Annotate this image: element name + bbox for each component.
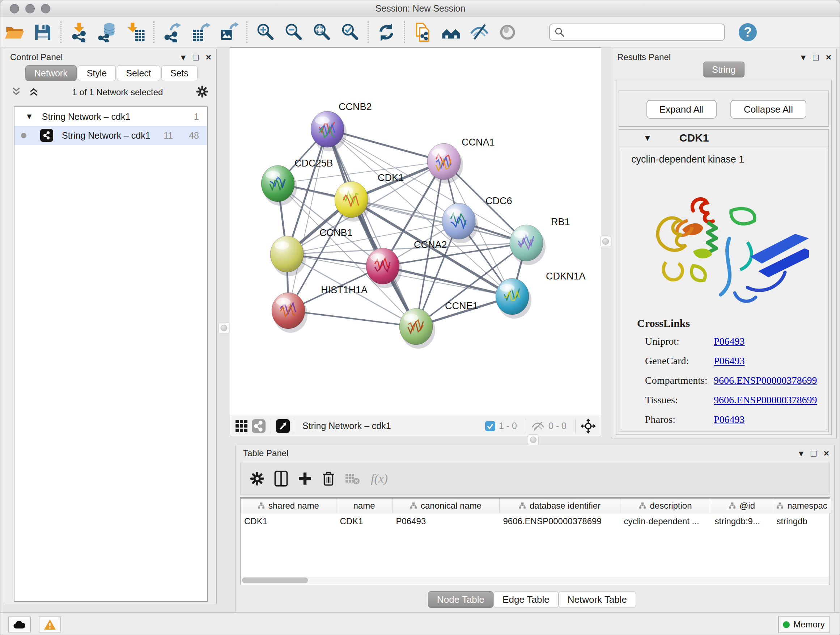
- tab-node-table[interactable]: Node Table: [428, 591, 493, 608]
- warnings-button[interactable]: [39, 616, 61, 632]
- expand-all-button[interactable]: Expand All: [646, 100, 717, 119]
- cell-shared-name[interactable]: CDK1: [240, 513, 336, 530]
- tab-string[interactable]: String: [703, 62, 745, 78]
- network-edge[interactable]: [288, 310, 416, 326]
- network-edge[interactable]: [383, 266, 512, 296]
- network-collection-row[interactable]: ▼ String Network – cdk1 1: [14, 107, 207, 126]
- panel-float-icon[interactable]: ▾: [799, 448, 804, 458]
- panel-maximize-icon[interactable]: □: [811, 448, 816, 458]
- cell-id[interactable]: stringdb:9...: [711, 513, 773, 530]
- help-button[interactable]: ?: [739, 23, 757, 41]
- crosslink-link[interactable]: P06493: [714, 336, 745, 347]
- column-header-shared-name[interactable]: shared name: [240, 499, 336, 513]
- expand-all-networks-icon[interactable]: [28, 86, 39, 98]
- hide-panels-button[interactable]: [467, 20, 491, 44]
- tab-edge-table[interactable]: Edge Table: [493, 591, 559, 608]
- show-panels-button[interactable]: [496, 20, 519, 44]
- horizontal-scrollbar[interactable]: [241, 577, 829, 584]
- column-header-database-identifier[interactable]: database identifier: [499, 499, 620, 513]
- collapse-all-networks-icon[interactable]: [11, 86, 22, 98]
- column-header-name[interactable]: name: [336, 499, 392, 513]
- crosslink-link[interactable]: 9606.ENSP00000378699: [714, 375, 817, 386]
- cloud-status-button[interactable]: [8, 616, 31, 632]
- crosslink-link[interactable]: 9606.ENSP00000378699: [714, 394, 817, 406]
- memory-button[interactable]: Memory: [778, 616, 829, 633]
- column-header-canonical-name[interactable]: canonical name: [392, 499, 499, 513]
- network-node-ccnb1[interactable]: [270, 236, 303, 272]
- panel-maximize-icon[interactable]: □: [813, 52, 819, 62]
- right-splitter-handle[interactable]: [600, 236, 611, 247]
- open-session-button[interactable]: [3, 20, 27, 44]
- network-node-rb1[interactable]: [510, 225, 543, 261]
- import-database-button[interactable]: [95, 20, 119, 44]
- column-header-description[interactable]: description: [620, 499, 711, 513]
- collapse-all-button[interactable]: Collapse All: [730, 100, 806, 119]
- selected-checkbox-icon[interactable]: [485, 421, 495, 431]
- add-column-icon[interactable]: [298, 471, 312, 486]
- scrollbar-thumb[interactable]: [242, 578, 308, 583]
- panel-close-icon[interactable]: ×: [824, 448, 829, 458]
- hidden-eye-icon[interactable]: [531, 421, 545, 432]
- panel-maximize-icon[interactable]: □: [193, 52, 199, 62]
- node-label-ccna1: CCNA1: [462, 137, 495, 148]
- network-label: String Network – cdk1: [62, 130, 150, 141]
- zoom-out-button[interactable]: [281, 20, 305, 44]
- network-row-selected[interactable]: String Network – cdk1 11 48: [14, 126, 207, 145]
- column-header-id[interactable]: @id: [711, 499, 773, 513]
- node-label-rb1: RB1: [551, 217, 570, 227]
- export-network-button[interactable]: [160, 20, 184, 44]
- delete-column-icon[interactable]: [322, 470, 335, 486]
- table-options-gear-icon[interactable]: [250, 471, 264, 486]
- column-header-namespace[interactable]: namespac: [773, 499, 831, 513]
- network-options-gear-icon[interactable]: [196, 86, 208, 99]
- tab-style[interactable]: Style: [78, 65, 116, 81]
- network-node-ccnb2[interactable]: [311, 111, 344, 147]
- cell-database-identifier[interactable]: 9606.ENSP00000378699: [499, 513, 620, 530]
- tab-sets[interactable]: Sets: [161, 65, 197, 81]
- cell-canonical-name[interactable]: P06493: [392, 513, 499, 530]
- toolbar-separator: [153, 21, 155, 43]
- birds-eye-view-icon[interactable]: [276, 419, 290, 433]
- refresh-button[interactable]: [374, 20, 398, 44]
- crosslink-link[interactable]: P06493: [714, 414, 745, 425]
- show-columns-icon[interactable]: [274, 470, 288, 486]
- export-image-button[interactable]: [217, 20, 240, 44]
- left-splitter-handle[interactable]: [218, 323, 229, 333]
- open-in-browser-button[interactable]: [411, 20, 435, 44]
- save-session-button[interactable]: [31, 20, 55, 44]
- search-input[interactable]: [565, 27, 720, 38]
- cell-description[interactable]: cyclin-dependent ...: [620, 513, 711, 530]
- panel-float-icon[interactable]: ▾: [181, 52, 186, 62]
- tab-select[interactable]: Select: [117, 65, 160, 81]
- home-button[interactable]: [439, 20, 463, 44]
- grid-view-icon[interactable]: [235, 420, 248, 432]
- tab-network[interactable]: Network: [25, 65, 77, 81]
- import-table-button[interactable]: [124, 20, 148, 44]
- zoom-selected-button[interactable]: [338, 20, 362, 44]
- panel-close-icon[interactable]: ×: [206, 52, 211, 62]
- export-table-button[interactable]: [188, 20, 212, 44]
- cell-name[interactable]: CDK1: [336, 513, 392, 530]
- network-node-ccna2[interactable]: [366, 248, 399, 284]
- table-row[interactable]: CDK1 CDK1 P06493 9606.ENSP00000378699 cy…: [240, 513, 831, 530]
- panel-close-icon[interactable]: ×: [826, 52, 831, 62]
- panel-float-icon[interactable]: ▾: [801, 52, 806, 62]
- app-window: Session: New Session: [0, 0, 840, 635]
- crosslink-link[interactable]: P06493: [714, 355, 745, 367]
- tab-network-table[interactable]: Network Table: [559, 591, 636, 608]
- network-node-cdkn1a[interactable]: [496, 279, 529, 315]
- network-edge[interactable]: [288, 129, 327, 310]
- zoom-fit-button[interactable]: [309, 20, 333, 44]
- string-view-icon[interactable]: [252, 419, 265, 433]
- zoom-in-button[interactable]: [253, 20, 277, 44]
- network-canvas[interactable]: CCNB2CCNA1CDC25BCDK1CDC6RB1CCNB1CCNA2CDK…: [230, 48, 601, 416]
- cell-namespace[interactable]: stringdb: [773, 513, 831, 530]
- bottom-splitter-handle[interactable]: [528, 434, 538, 445]
- import-network-button[interactable]: [67, 20, 91, 44]
- gene-header-row[interactable]: ▼ CDK1: [619, 130, 829, 146]
- collection-expand-icon[interactable]: ▼: [25, 112, 33, 121]
- network-node-ccne1[interactable]: [399, 309, 433, 345]
- gene-collapse-icon[interactable]: ▼: [643, 133, 652, 143]
- crosslinks-title: CrossLinks: [637, 317, 827, 329]
- pan-crosshair-icon[interactable]: [581, 418, 596, 434]
